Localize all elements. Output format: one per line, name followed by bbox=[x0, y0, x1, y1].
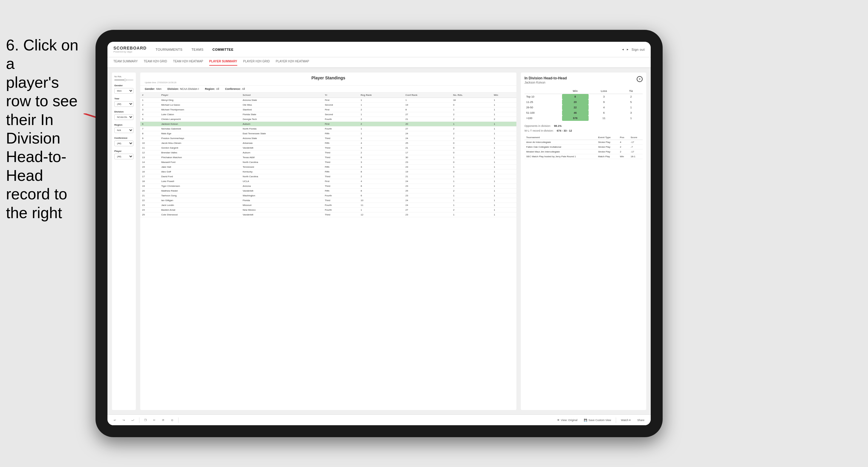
share-button[interactable]: Share bbox=[636, 418, 646, 423]
standings-row-7[interactable]: 7 Nicholas Gabrelcik North Florida Fourt… bbox=[140, 127, 516, 131]
cell-reg-rank: 8 bbox=[359, 169, 404, 174]
h2h-stats: Opponents in division: 98.1% bbox=[524, 124, 643, 127]
standings-row-6[interactable]: 6 Jackson Koivun Auburn First 2 20 1 1 bbox=[140, 122, 516, 127]
standings-row-18[interactable]: 18 Luke Powell UCLA First 4 24 1 1 bbox=[140, 179, 516, 184]
standings-row-11[interactable]: 11 Gordon Sargent Vanderbilt Third 3 21 … bbox=[140, 146, 516, 150]
standings-row-10[interactable]: 10 Jacob Mou-Olesen Arkansas Fifth 4 25 … bbox=[140, 141, 516, 146]
tab-player-summary[interactable]: PLAYER SUMMARY bbox=[209, 59, 237, 66]
cell-school: Missouri bbox=[241, 203, 323, 208]
cell-no-rds: 1 bbox=[451, 174, 492, 179]
standings-row-22[interactable]: 22 Ian Gilligan Florida Third 10 24 1 1 bbox=[140, 198, 516, 203]
t-type: Stroke Play bbox=[596, 140, 618, 145]
tab-team-h2h-grid[interactable]: TEAM H2H GRID bbox=[144, 59, 167, 66]
cell-num: 19 bbox=[140, 184, 159, 189]
tab-team-h2h-heatmap[interactable]: TEAM H2H HEATMAP bbox=[173, 59, 203, 66]
reset-button[interactable]: ⮐ bbox=[130, 418, 136, 423]
standings-row-8[interactable]: 8 Mats Ege East Tennessee State Fifth 1 … bbox=[140, 131, 516, 136]
undo-button[interactable]: ↩ bbox=[112, 418, 118, 423]
cell-win: 1 bbox=[492, 189, 516, 193]
cell-school: UCLA bbox=[241, 179, 323, 184]
cell-no-rds: 1 bbox=[451, 122, 492, 127]
cell-reg-rank: 1 bbox=[359, 98, 404, 103]
cut-button[interactable]: ✂ bbox=[151, 418, 157, 423]
cell-player: Christo Lamprecht bbox=[159, 117, 241, 122]
standings-row-19[interactable]: 19 Tiger Christensen Arizona Third 8 23 … bbox=[140, 184, 516, 189]
standings-row-2[interactable]: 2 Michael La Sasso Ole Miss Second 1 19 … bbox=[140, 103, 516, 107]
cell-yr: Third bbox=[323, 160, 359, 165]
cell-player: Nicholas Gabrelcik bbox=[159, 127, 241, 131]
standings-row-3[interactable]: 3 Michael Thorbjornsen Stanford First 2 … bbox=[140, 107, 516, 112]
nav-committee[interactable]: COMMITTEE bbox=[213, 46, 234, 53]
standings-row-1[interactable]: 1 Wenyi Ding Arizona State First 1 1 18 … bbox=[140, 98, 516, 103]
h2h-close-button[interactable]: × bbox=[637, 76, 643, 82]
tab-player-h2h-grid[interactable]: PLAYER H2H GRID bbox=[243, 59, 270, 66]
watch-button[interactable]: Watch ▾ bbox=[619, 418, 632, 423]
save-custom-button[interactable]: 💾 Save Custom View bbox=[582, 418, 613, 423]
standings-row-12[interactable]: 12 Brendan Valles Auburn Third 2 17 0 1 bbox=[140, 150, 516, 155]
settings-button[interactable]: ⊙ bbox=[169, 418, 175, 423]
cell-yr: Fourth bbox=[323, 127, 359, 131]
year-select[interactable]: (All) bbox=[114, 101, 133, 107]
refresh-button[interactable]: ⟳ bbox=[160, 418, 166, 423]
h2h-row: >100 578 11 1 bbox=[524, 116, 643, 121]
standings-row-4[interactable]: 4 Luke Claton Florida State Second 1 27 … bbox=[140, 112, 516, 117]
year-filter: Year (All) bbox=[114, 97, 133, 107]
t-score: -17 bbox=[629, 140, 643, 145]
cell-reg-rank: 3 bbox=[359, 146, 404, 150]
gender-select[interactable]: Men bbox=[114, 88, 133, 94]
standings-row-21[interactable]: 21 Taehoon Song Washington Fourth 6 23 1… bbox=[140, 193, 516, 198]
standings-row-17[interactable]: 17 David Ford North Carolina Third 2 21 … bbox=[140, 174, 516, 179]
standings-row-9[interactable]: 9 Preston Summerhays Arizona State Third… bbox=[140, 136, 516, 141]
cell-school: Georgia Tech bbox=[241, 117, 323, 122]
cell-reg-rank: 4 bbox=[359, 179, 404, 184]
tab-team-summary[interactable]: TEAM SUMMARY bbox=[114, 59, 138, 66]
standings-row-24[interactable]: 24 Bastien Amat New Mexico Fourth 1 27 2… bbox=[140, 208, 516, 213]
tournament-row: Mirabel Maui Jim Intercollegiate Stroke … bbox=[524, 150, 643, 154]
cell-yr: Fourth bbox=[323, 117, 359, 122]
conference-select[interactable]: (All) bbox=[114, 141, 133, 146]
cell-conf-rank: 23 bbox=[404, 184, 451, 189]
nav-teams[interactable]: TEAMS bbox=[191, 46, 203, 53]
cell-no-rds: 1 bbox=[451, 107, 492, 112]
h2h-col-win: Win bbox=[562, 88, 589, 94]
cell-reg-rank: 2 bbox=[359, 174, 404, 179]
nav-tournaments[interactable]: TOURNAMENTS bbox=[156, 46, 182, 53]
tournament-row: SEC Match Play hosted by Jerry Pate Roun… bbox=[524, 154, 643, 159]
col-yr: Yr bbox=[323, 93, 359, 98]
cell-school: Arizona State bbox=[241, 98, 323, 103]
cell-yr: Fourth bbox=[323, 208, 359, 213]
region-filter-display: Region: All bbox=[205, 87, 219, 90]
cell-yr: Third bbox=[323, 184, 359, 189]
standings-row-16[interactable]: 16 Alex Goff Kentucky Fifth 8 19 0 1 bbox=[140, 169, 516, 174]
cell-yr: First bbox=[323, 107, 359, 112]
cell-conf-rank: 19 bbox=[404, 169, 451, 174]
copy-button[interactable]: ❐ bbox=[143, 418, 148, 423]
cell-reg-rank: 2 bbox=[359, 150, 404, 155]
t-col-score: Score bbox=[629, 135, 643, 140]
no-rds-slider[interactable] bbox=[114, 80, 133, 81]
standings-row-25[interactable]: 25 Cole Sherwood Vanderbilt Third 12 23 … bbox=[140, 213, 516, 217]
cell-win: 1 bbox=[492, 107, 516, 112]
bottom-toolbar: ↩ ↪ ⮐ ❐ ✂ ⟳ ⊙ 👁 View: Original 💾 Save Cu… bbox=[107, 414, 651, 425]
cell-win: 1 bbox=[492, 103, 516, 107]
standings-row-14[interactable]: 14 Maxwell Ford North Carolina Third 3 2… bbox=[140, 160, 516, 165]
toolbar-sep-2 bbox=[178, 417, 179, 423]
region-select[interactable]: N/A bbox=[114, 127, 133, 133]
view-original-button[interactable]: 👁 View: Original bbox=[555, 418, 579, 423]
cell-no-rds: 1 bbox=[451, 193, 492, 198]
cell-no-rds: 0 bbox=[451, 150, 492, 155]
cell-num: 10 bbox=[140, 141, 159, 146]
standings-row-20[interactable]: 20 Matthew Riedel Vanderbilt Fifth 8 25 … bbox=[140, 189, 516, 193]
standings-row-5[interactable]: 5 Christo Lamprecht Georgia Tech Fourth … bbox=[140, 117, 516, 122]
cell-conf-rank: 25 bbox=[404, 141, 451, 146]
standings-row-23[interactable]: 23 Jack Lundin Missouri Fourth 11 24 1 1 bbox=[140, 203, 516, 208]
redo-button[interactable]: ↪ bbox=[121, 418, 127, 423]
standings-row-15[interactable]: 15 Jake Hall Tennessee Fifth 3 23 1 1 bbox=[140, 165, 516, 169]
cell-player: Tiger Christensen bbox=[159, 184, 241, 189]
player-select[interactable]: (All) bbox=[114, 154, 133, 159]
tab-player-h2h-heatmap[interactable]: PLAYER H2H HEATMAP bbox=[276, 59, 309, 66]
standings-row-13[interactable]: 13 Phichaksn Maichon Texas A&M Third 6 3… bbox=[140, 155, 516, 160]
division-select[interactable]: NCAA Division I bbox=[114, 114, 133, 120]
h2h-rank: 11-25 bbox=[524, 99, 562, 105]
sign-out-button[interactable]: Sign out bbox=[631, 46, 645, 53]
